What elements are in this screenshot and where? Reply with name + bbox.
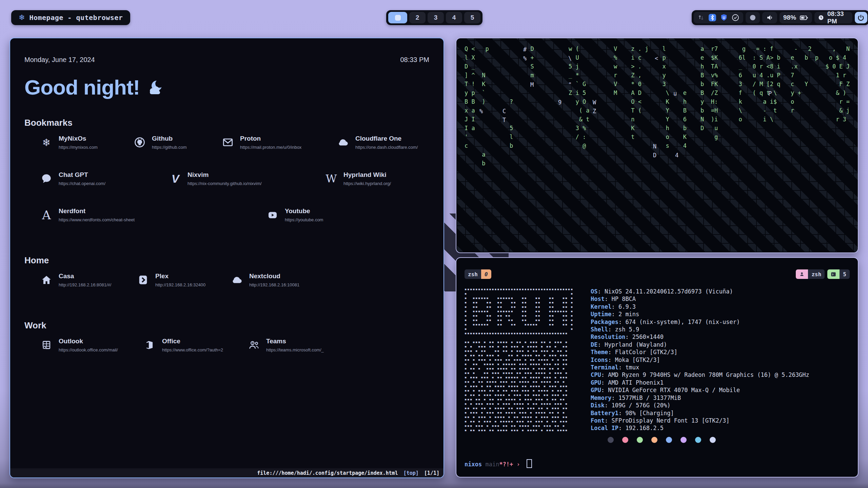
speaker-icon: [766, 14, 773, 21]
notification-dot-chip[interactable]: [746, 12, 760, 23]
bookmark-nixvim[interactable]: V Nixvim https://nix-community.github.io…: [169, 171, 262, 186]
bookmark-label: Office: [162, 338, 223, 345]
bookmarks-row-1: ❄ MyNixOs https://mynixos.com Github htt…: [24, 135, 429, 164]
bookmark-cloudflare-one[interactable]: Cloudflare One https://one.dash.cloudfla…: [336, 135, 418, 150]
chat-bubble-icon: [40, 171, 53, 186]
cloud-icon: [336, 135, 350, 150]
bookmark-url: https://youtube.com: [285, 217, 323, 222]
battery-chip[interactable]: 98%: [780, 12, 812, 23]
bookmark-label: Cloudflare One: [355, 135, 418, 142]
bookmark-plex[interactable]: Plex http://192.168.2.16:32400: [136, 272, 205, 287]
bookmark-teams[interactable]: T Teams https://teams.microsoft.com/_: [247, 338, 324, 352]
person-icon: [799, 271, 805, 277]
bookmark-url: http://192.168.2.16:8081/#/: [59, 282, 111, 287]
terminal-icon: [831, 272, 836, 277]
matrix-rain-text: Q < p D w ( V z . j l a r7 g = : f - 2 ,…: [465, 44, 850, 246]
bookmark-casa[interactable]: Casa http://192.168.2.16:8081/#/: [40, 272, 111, 287]
tmux-window-count[interactable]: 5: [840, 269, 850, 279]
prompt-git-flags: *?!+: [499, 461, 513, 468]
active-workspace-dot: [395, 15, 401, 21]
bookmark-label: Nerdfont: [59, 207, 135, 215]
tmux-terminal-chip: [827, 269, 840, 279]
workspace-2[interactable]: 2: [409, 12, 426, 23]
startpage-time: 08:33 PM: [400, 56, 429, 64]
matrix-accent-char: Z: [593, 107, 596, 116]
teams-icon: T: [247, 338, 261, 352]
check-circle-icon: [731, 14, 739, 22]
fastfetch-line: Uptime: 2 mins: [591, 310, 809, 318]
bookmark-label: Nextcloud: [249, 272, 299, 280]
matrix-accent-char: T: [502, 116, 506, 124]
section-title-work: Work: [24, 320, 429, 331]
workspace-5[interactable]: 5: [464, 12, 480, 23]
bookmarks-row-2: Chat GPT https://chat.openai.com/ V Nixv…: [24, 171, 429, 201]
matrix-accent-char: D: [653, 151, 656, 160]
fastfetch-line: Packages: 674 (nix-system), 1747 (nix-us…: [591, 318, 809, 326]
palette-dot: [710, 437, 716, 443]
workspace-4[interactable]: 4: [446, 12, 462, 23]
fastfetch-line: Terminal: tmux: [591, 364, 809, 371]
bookmark-url: https://nix-community.github.io/nixvim/: [188, 181, 262, 186]
tmux-status-left: zsh 0: [465, 269, 491, 279]
power-icon: [857, 14, 865, 21]
palette-dot: [608, 437, 614, 443]
outlook-icon: [40, 338, 53, 352]
bookmark-nextcloud[interactable]: Nextcloud http://192.168.2.16:10081: [230, 272, 299, 287]
window-title: Homepage - qutebrowser: [29, 14, 123, 22]
matrix-accent-char: \: [568, 54, 572, 63]
clock-chip[interactable]: 08:33 PM: [814, 12, 852, 23]
shield-icon: U: [720, 14, 728, 22]
bookmark-chatgpt[interactable]: Chat GPT https://chat.openai.com/: [40, 171, 105, 186]
fastfetch-line: Local IP: 192.168.2.5: [591, 424, 809, 432]
bookmark-mynixos[interactable]: ❄ MyNixOs https://mynixos.com: [40, 135, 98, 150]
network-arrows-icon: [697, 14, 705, 21]
fastfetch-line: Battery1: 98% [Charging]: [591, 409, 809, 417]
palette-dot: [637, 437, 643, 443]
shell-prompt[interactable]: nixos main*?!+ ›: [465, 459, 532, 468]
tmux-shell-label[interactable]: zsh: [465, 269, 481, 279]
plex-chevron-icon: [136, 272, 150, 287]
bookmark-url: https://chat.openai.com/: [59, 181, 105, 186]
qutebrowser-window[interactable]: Monday, June 17, 2024 08:33 PM Good nigh…: [9, 38, 444, 478]
qutebrowser-statusbar: file:///home/hadi/.config/startpage/inde…: [10, 468, 443, 477]
matrix-accent-char: ": [568, 80, 572, 89]
tray-icons-group[interactable]: U: [694, 12, 743, 23]
power-button[interactable]: [855, 12, 867, 23]
greeting-text: Good night!: [24, 75, 140, 99]
startpage-date: Monday, June 17, 2024: [24, 56, 95, 64]
bookmark-url: http://192.168.2.16:10081: [249, 282, 299, 287]
fastfetch-line: Resolution: 868×488: [591, 333, 809, 341]
fastfetch-line: Host: HP 8BCA: [591, 295, 809, 303]
tmux-window-index[interactable]: 0: [481, 269, 491, 279]
clock-icon: [818, 14, 824, 21]
bookmark-url: https://mynixos.com: [59, 145, 98, 150]
bookmark-outlook[interactable]: Outlook https://outlook.office.com/mail/: [40, 338, 118, 352]
workspace-3[interactable]: 3: [428, 12, 444, 23]
bookmark-office[interactable]: Office https://www.office.com/?auth=2: [143, 338, 223, 352]
bookmark-proton[interactable]: Proton https://mail.proton.me/u/0/inbox: [221, 135, 301, 150]
tmux-session-shell[interactable]: zsh: [808, 269, 825, 279]
fastfetch-line: Shell: zsh 5.9: [591, 326, 809, 333]
bookmark-github[interactable]: Github https://github.com: [133, 135, 187, 150]
bookmark-url: https://github.com: [152, 145, 187, 150]
matrix-accent-char: N: [653, 142, 656, 151]
fastfetch-terminal-window[interactable]: zsh 0 zsh 5: [456, 257, 859, 477]
bookmark-url: https://one.dash.cloudflare.com/: [355, 145, 418, 150]
bookmark-url: https://teams.microsoft.com/_: [266, 347, 324, 352]
matrix-terminal-window[interactable]: Q < p D w ( V z . j l a r7 g = : f - 2 ,…: [456, 38, 859, 253]
statusbar-tab-count: [1/1]: [424, 470, 439, 476]
bookmark-url: http://192.168.2.16:32400: [155, 282, 205, 287]
workspace-switcher: 2 3 4 5: [386, 10, 482, 25]
volume-chip[interactable]: [762, 12, 777, 23]
status-dot-icon: [749, 14, 756, 21]
bookmark-youtube[interactable]: Youtube https://youtube.com: [266, 207, 323, 222]
fastfetch-line: Kernel: 6.9.3: [591, 303, 809, 310]
palette-dot: [666, 437, 672, 443]
wiki-w-icon: W: [324, 171, 338, 186]
battery-charging-icon: [800, 14, 808, 21]
workspace-1-active[interactable]: [388, 12, 407, 23]
bookmark-nerdfont[interactable]: A Nerdfont https://www.nerdfonts.com/che…: [40, 207, 135, 222]
vim-v-icon: V: [169, 171, 182, 186]
bookmark-hyprland-wiki[interactable]: W Hyprland Wiki https://wiki.hyprland.or…: [324, 171, 391, 186]
matrix-accent-char: u: [673, 89, 677, 98]
